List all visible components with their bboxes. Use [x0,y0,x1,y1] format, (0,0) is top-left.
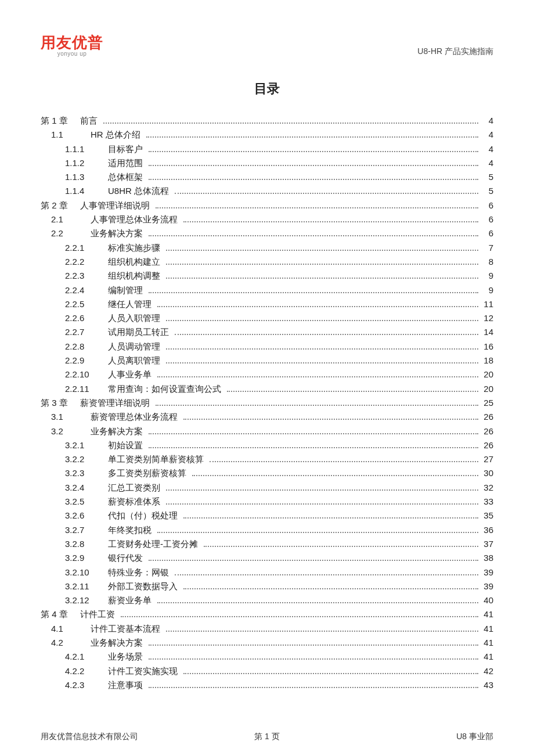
toc-entry[interactable]: 4.2.3注意事项43 [41,678,493,692]
toc-entry-number: 1.1.2 [41,156,108,170]
toc-entry-number: 2.2.8 [41,340,108,354]
toc-entry[interactable]: 1.1.2适用范围4 [41,156,493,170]
toc-entry[interactable]: 2.2.4编制管理9 [41,283,493,297]
toc-leader-dots [149,645,478,646]
toc-entry[interactable]: 1.1HR 总体介绍4 [41,128,493,142]
toc-entry-page: 26 [479,424,493,438]
toc-entry[interactable]: 3.2.3多工资类别薪资核算30 [41,466,493,480]
toc-entry-title: 编制管理 [108,283,146,297]
toc-entry-page: 4 [479,156,493,170]
toc-entry-title: 多工资类别薪资核算 [108,466,190,480]
toc-entry[interactable]: 4.1计件工资基本流程41 [41,622,493,636]
toc-entry[interactable]: 3.2.6代扣（付）税处理35 [41,509,493,523]
toc-entry[interactable]: 2.2.8人员调动管理16 [41,340,493,354]
toc-entry-page: 32 [479,481,493,495]
toc-entry-number: 2.2.4 [41,283,108,297]
toc-entry-title: 薪资业务单 [108,593,155,607]
toc-entry-page: 26 [479,438,493,452]
toc-entry-page: 33 [479,495,493,509]
toc-leader-dots [166,264,478,265]
toc-entry-number: 2.2 [41,226,91,240]
toc-entry-number: 4.2.3 [41,678,108,692]
toc-entry[interactable]: 3.2业务解决方案26 [41,424,493,438]
toc-entry-title: 业务解决方案 [91,636,146,650]
toc-entry[interactable]: 第 1 章前言4 [41,114,493,128]
toc-entry[interactable]: 4.2.2计件工资实施实现42 [41,664,493,678]
toc-entry-number: 3.2.2 [41,452,108,466]
toc-leader-dots [121,616,478,617]
toc-leader-dots [149,433,478,434]
toc-leader-dots [183,221,478,222]
toc-entry-title: 试用期员工转正 [108,325,172,339]
toc-entry[interactable]: 2.2业务解决方案6 [41,226,493,240]
toc-entry-page: 37 [479,537,493,551]
toc-leader-dots [149,658,478,660]
toc-entry-title: 组织机构调整 [108,269,164,283]
toc-entry-page: 12 [479,311,493,325]
toc-entry-title: 计件工资基本流程 [91,622,164,636]
toc-entry[interactable]: 1.1.3总体框架5 [41,170,493,184]
toc-entry[interactable]: 1.1.4U8HR 总体流程5 [41,184,493,198]
toc-entry[interactable]: 4.2.1业务场景41 [41,650,493,664]
toc-entry-number: 3.2.12 [41,593,108,607]
toc-entry-number: 2.2.5 [41,297,108,311]
toc-entry[interactable]: 3.1薪资管理总体业务流程26 [41,410,493,424]
toc-leader-dots [166,278,478,279]
toc-entry[interactable]: 3.2.5薪资标准体系33 [41,495,493,509]
toc-entry[interactable]: 2.2.6人员入职管理12 [41,311,493,325]
toc-entry[interactable]: 3.2.9银行代发38 [41,551,493,565]
toc-entry[interactable]: 2.2.5继任人管理11 [41,297,493,311]
toc-entry-title: 常用查询：如何设置查询公式 [108,382,225,396]
toc-leader-dots [166,631,478,632]
toc-entry-page: 9 [479,269,493,283]
toc-entry[interactable]: 4.2业务解决方案41 [41,636,493,650]
toc-leader-dots [149,235,478,236]
toc-entry-page: 30 [479,466,493,480]
toc-entry[interactable]: 2.2.11常用查询：如何设置查询公式20 [41,382,493,396]
toc-leader-dots [175,193,478,194]
toc-entry-page: 35 [479,509,493,523]
toc-entry[interactable]: 3.2.1初始设置26 [41,438,493,452]
toc-entry[interactable]: 2.2.10人事业务单20 [41,368,493,381]
toc-leader-dots [146,136,478,138]
toc-entry[interactable]: 2.2.3组织机构调整9 [41,269,493,283]
toc-leader-dots [157,306,478,307]
footer-department: U8 事业部 [456,732,493,742]
document-page: 用友优普 yonyou up U8-HR 产品实施指南 目录 第 1 章前言41… [0,0,534,756]
toc-entry-number: 3.2.3 [41,466,108,480]
toc-leader-dots [149,165,478,166]
toc-entry-title: 业务解决方案 [91,226,146,240]
toc-entry[interactable]: 3.2.10特殊业务：网银39 [41,566,493,579]
toc-entry-page: 7 [479,241,493,255]
toc-entry[interactable]: 2.2.9人员离职管理18 [41,354,493,368]
page-footer: 用友优普信息技术有限公司 第 1 页 U8 事业部 [41,732,493,742]
toc-entry[interactable]: 第 2 章人事管理详细说明6 [41,199,493,213]
toc-entry-page: 42 [479,664,493,678]
toc-entry[interactable]: 3.2.7年终奖扣税36 [41,523,493,537]
toc-entry[interactable]: 3.2.11外部工资数据导入39 [41,579,493,593]
toc-entry[interactable]: 2.2.1标准实施步骤7 [41,241,493,255]
toc-entry-page: 4 [479,128,493,142]
toc-entry-title: 人员调动管理 [108,340,164,354]
toc-entry[interactable]: 3.2.12薪资业务单40 [41,593,493,607]
toc-entry[interactable]: 第 4 章计件工资41 [41,607,493,621]
toc-leader-dots [166,503,478,505]
toc-entry-page: 18 [479,354,493,368]
toc-leader-dots [183,588,478,589]
toc-entry-number: 2.2.10 [41,368,108,381]
toc-entry[interactable]: 2.2.7试用期员工转正14 [41,325,493,339]
toc-entry-page: 26 [479,410,493,424]
toc-entry[interactable]: 3.2.4汇总工资类别32 [41,481,493,495]
toc-leader-dots [149,447,478,448]
toc-entry[interactable]: 2.1人事管理总体业务流程6 [41,213,493,226]
toc-entry-title: U8HR 总体流程 [108,184,172,198]
toc-entry[interactable]: 1.1.1目标客户4 [41,142,493,156]
toc-entry[interactable]: 第 3 章薪资管理详细说明25 [41,396,493,410]
toc-entry[interactable]: 3.2.2单工资类别简单薪资核算27 [41,452,493,466]
toc-entry-page: 14 [479,325,493,339]
toc-leader-dots [166,320,478,321]
toc-entry-page: 6 [479,199,493,213]
toc-entry-page: 4 [479,142,493,156]
toc-entry[interactable]: 2.2.2组织机构建立8 [41,255,493,269]
toc-entry[interactable]: 3.2.8工资财务处理-工资分摊37 [41,537,493,551]
